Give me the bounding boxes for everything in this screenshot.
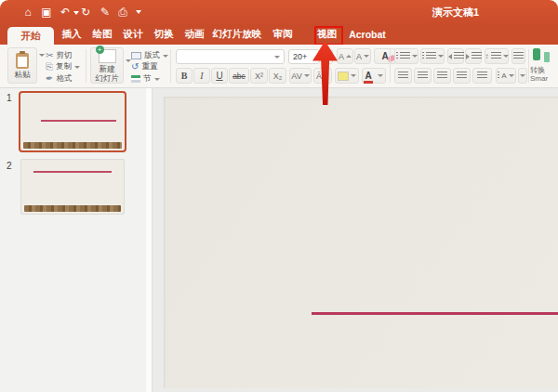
cut-button[interactable]: ✂ 剪切 xyxy=(46,50,72,61)
bullets-icon xyxy=(396,52,398,60)
clear-formatting-icon: A xyxy=(381,51,388,61)
font-name-combobox[interactable] xyxy=(176,49,285,64)
numbering-button[interactable] xyxy=(420,48,445,64)
line-spacing-button[interactable]: ↕ xyxy=(485,48,509,64)
justify-button[interactable] xyxy=(453,68,471,84)
undo-icon[interactable]: ↶ xyxy=(58,5,73,20)
layout-icon xyxy=(131,52,141,59)
reset-button[interactable]: ↺ 重置 xyxy=(131,61,157,72)
editing-workspace xyxy=(153,88,558,392)
paste-dropdown-icon[interactable] xyxy=(39,54,45,57)
bullets-button[interactable] xyxy=(394,48,418,64)
tab-view[interactable]: 视图 xyxy=(314,24,339,45)
layout-dropdown-icon[interactable] xyxy=(163,55,168,58)
underline-button[interactable]: U xyxy=(211,68,228,84)
copy-dropdown-icon[interactable] xyxy=(74,66,80,69)
text-direction-icon xyxy=(498,72,499,80)
tab-insert[interactable]: 插入 xyxy=(60,24,84,45)
font-name-dropdown-icon[interactable] xyxy=(274,56,280,59)
powerpoint-window: ⌂ ▣ ↶ ↻ ✎ ⎙ 演示文稿1 开始 插入 绘图 设计 切换 动画 幻灯片放… xyxy=(0,0,558,392)
bold-button[interactable]: B xyxy=(176,68,193,84)
change-case-dropdown-icon xyxy=(324,74,329,77)
smartart-icon[interactable] xyxy=(533,48,540,60)
highlight-swatch-icon xyxy=(338,72,349,81)
underline-label: U xyxy=(216,71,222,81)
superscript-button[interactable]: X² xyxy=(250,68,268,84)
slide-canvas[interactable] xyxy=(164,97,558,388)
subscript-button[interactable]: X₂ xyxy=(269,68,286,84)
ribbon: 粘贴 ✂ 剪切 ⎘ 复制 ✒ 格式 新建 幻灯片 版式 ↺ xyxy=(0,45,558,88)
new-slide-button[interactable]: 新建 幻灯片 xyxy=(90,47,124,84)
highlight-dropdown-icon[interactable] xyxy=(351,74,356,77)
text-highlight-button[interactable] xyxy=(335,68,359,84)
strikethrough-button[interactable]: abc xyxy=(229,68,249,84)
align-right-icon xyxy=(437,72,447,80)
columns-button[interactable] xyxy=(512,48,525,64)
paste-button[interactable]: 粘贴 xyxy=(7,47,37,84)
thumbnail-red-line xyxy=(41,120,116,122)
italic-button[interactable]: I xyxy=(193,68,210,84)
numbering-icon xyxy=(422,52,424,60)
align-text-button[interactable] xyxy=(518,68,527,84)
text-direction-button[interactable]: A xyxy=(496,68,516,84)
slide-2-thumbnail[interactable] xyxy=(20,159,125,215)
slide-red-line[interactable] xyxy=(312,312,558,315)
character-spacing-label: AV xyxy=(291,72,301,81)
font-size-combobox[interactable]: 20+ xyxy=(288,49,320,64)
tab-draw[interactable]: 绘图 xyxy=(90,24,114,45)
numbering-dropdown-icon[interactable] xyxy=(438,55,444,58)
character-spacing-dropdown-icon xyxy=(304,74,310,77)
shrink-arrow-icon xyxy=(364,55,369,58)
font-color-button[interactable]: A xyxy=(362,68,386,84)
numbering-lines-icon xyxy=(426,52,436,60)
bullets-dropdown-icon[interactable] xyxy=(412,55,418,58)
font-color-icon: A xyxy=(365,72,371,81)
align-center-icon xyxy=(418,72,428,80)
section-button[interactable]: 节 xyxy=(131,73,160,85)
grow-font-button[interactable]: A xyxy=(337,48,353,64)
redo-icon[interactable]: ↻ xyxy=(78,5,93,20)
character-spacing-button[interactable]: AV xyxy=(289,68,312,84)
tab-review[interactable]: 审阅 xyxy=(271,24,295,45)
tab-home[interactable]: 开始 xyxy=(7,27,54,45)
customize-toolbar-icon[interactable] xyxy=(136,10,141,14)
decrease-indent-button[interactable] xyxy=(447,48,464,64)
tab-design[interactable]: 设计 xyxy=(121,24,145,45)
layout-button[interactable]: 版式 xyxy=(131,50,168,61)
slide-1-thumbnail[interactable] xyxy=(19,91,126,152)
font-color-dropdown-icon[interactable] xyxy=(378,74,383,77)
align-center-button[interactable] xyxy=(414,68,432,84)
shrink-font-button[interactable]: A xyxy=(354,48,371,64)
tab-animations[interactable]: 动画 xyxy=(182,24,206,45)
change-case-button[interactable]: Ā xyxy=(313,68,332,84)
increase-indent-icon xyxy=(466,54,470,59)
align-text-dropdown-icon xyxy=(520,74,525,77)
line-spacing-dropdown-icon[interactable] xyxy=(503,55,509,58)
ribbon-tab-bar: 开始 插入 绘图 设计 切换 动画 幻灯片放映 审阅 视图 Acrobat xyxy=(0,24,558,45)
draw-icon[interactable]: ✎ xyxy=(98,5,113,20)
section-dropdown-icon[interactable] xyxy=(154,78,160,81)
font-size-dropdown[interactable] xyxy=(323,49,333,64)
clear-formatting-button[interactable]: A xyxy=(374,48,396,64)
home-icon[interactable]: ⌂ xyxy=(20,5,35,20)
font-size-dropdown-icon xyxy=(326,56,331,59)
scissors-icon: ✂ xyxy=(46,51,53,60)
tab-slideshow[interactable]: 幻灯片放映 xyxy=(210,24,264,45)
tab-acrobat[interactable]: Acrobat xyxy=(346,24,389,45)
save-icon[interactable]: ▣ xyxy=(39,5,54,20)
format-painter-button[interactable]: ✒ 格式 xyxy=(46,73,72,85)
panel-divider[interactable] xyxy=(146,88,153,392)
increase-indent-button[interactable] xyxy=(465,48,482,64)
text-direction-dropdown-icon[interactable] xyxy=(509,74,514,77)
print-icon[interactable]: ⎙ xyxy=(115,5,130,20)
line-spacing-icon: ↕ xyxy=(485,52,489,60)
smartart-label-2: Smar xyxy=(530,74,548,83)
align-right-button[interactable] xyxy=(433,68,451,84)
copy-button[interactable]: ⎘ 复制 xyxy=(46,61,80,72)
tab-transitions[interactable]: 切换 xyxy=(152,24,176,45)
convert-smartart-button[interactable]: 转换 Smar xyxy=(530,66,548,83)
change-case-label: Ā xyxy=(316,72,322,81)
distribute-button[interactable] xyxy=(472,68,492,84)
align-left-button[interactable] xyxy=(394,68,412,84)
new-slide-label-2: 幻灯片 xyxy=(95,74,119,83)
